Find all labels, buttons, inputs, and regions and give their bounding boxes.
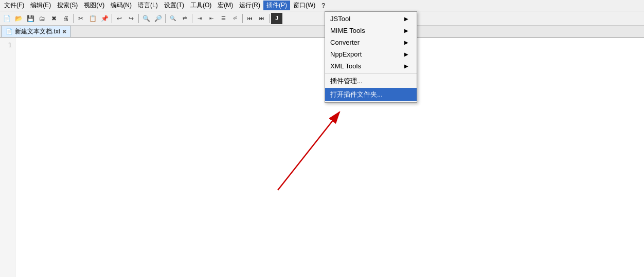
- toolbar-sep-3: [138, 14, 139, 23]
- toolbar-copy[interactable]: 📋: [87, 13, 98, 24]
- menu-plugins[interactable]: 插件(P): [263, 1, 290, 10]
- undo-icon: ↩: [117, 15, 122, 22]
- main-layout: 📄 新建文本文档.txt ✖ 1: [0, 26, 644, 277]
- toolbar-sep-5: [192, 14, 192, 23]
- submenu-arrow-nppexport: ▶: [404, 51, 408, 57]
- menu-edit[interactable]: 编辑(E): [27, 1, 54, 10]
- menu-item-converter-label: Converter: [330, 39, 360, 46]
- menu-file[interactable]: 文件(F): [1, 1, 27, 10]
- line-number-1: 1: [3, 40, 12, 50]
- toolbar-print[interactable]: 🖨: [60, 13, 71, 24]
- toolbar-sep-2: [112, 14, 112, 23]
- toolbar-save[interactable]: 💾: [25, 13, 36, 24]
- toolbar-find[interactable]: 🔍: [167, 13, 178, 24]
- toolbar-cut[interactable]: ✂: [75, 13, 86, 24]
- menu-item-open-plugin-folder[interactable]: 打开插件文件夹...: [325, 88, 417, 101]
- menu-item-xml-tools[interactable]: XML Tools ▶: [325, 60, 417, 72]
- menu-window[interactable]: 窗口(W): [290, 1, 318, 10]
- toolbar-outdent[interactable]: ⇤: [206, 13, 217, 24]
- menu-item-jstool[interactable]: JSTool ▶: [325, 13, 417, 25]
- print-icon: 🖨: [63, 15, 69, 22]
- toolbar-sep-6: [242, 14, 243, 23]
- menu-search[interactable]: 搜索(S): [54, 1, 81, 10]
- toolbar-replace[interactable]: ⇄: [179, 13, 190, 24]
- menu-macro[interactable]: 宏(M): [214, 1, 236, 10]
- paste-icon: 📌: [101, 15, 109, 22]
- menu-item-converter[interactable]: Converter ▶: [325, 36, 417, 48]
- menu-item-mime-tools[interactable]: MIME Tools ▶: [325, 25, 417, 36]
- menu-item-mime-label: MIME Tools: [330, 27, 365, 34]
- plugin-dropdown-menu: JSTool ▶ MIME Tools ▶ Converter ▶ NppExp…: [325, 11, 417, 103]
- toolbar-sep-7: [269, 14, 270, 23]
- menu-item-manager-label: 插件管理...: [330, 77, 363, 86]
- toolbar-paste[interactable]: 📌: [99, 13, 110, 24]
- toolbar-wrap[interactable]: ⏎: [229, 13, 241, 24]
- toolbar: 📄 📂 💾 🗂 ✖ 🖨 ✂ 📋 📌 ↩ ↪ 🔍 🔎 🔍 ⇄ ⇥ ⇤ ☰ ⏎ ⏮ …: [0, 11, 644, 26]
- tab-file[interactable]: 📄 新建文本文档.txt ✖: [1, 26, 71, 37]
- menubar: 文件(F) 编辑(E) 搜索(S) 视图(V) 编码(N) 语言(L) 设置(T…: [0, 0, 644, 11]
- submenu-arrow-mime: ▶: [404, 28, 408, 33]
- open-icon: 📂: [15, 15, 23, 22]
- toolbar-zoom-out[interactable]: 🔎: [152, 13, 164, 24]
- tabbar: 📄 新建文本文档.txt ✖: [0, 26, 644, 38]
- menu-item-jstool-label: JSTool: [330, 15, 350, 23]
- toolbar-new[interactable]: 📄: [1, 13, 12, 24]
- toolbar-sep-4: [165, 14, 166, 23]
- menu-language[interactable]: 语言(L): [135, 1, 161, 10]
- toolbar-align[interactable]: ☰: [218, 13, 229, 24]
- toolbar-undo[interactable]: ↩: [114, 13, 125, 24]
- line-numbers: 1: [0, 38, 15, 277]
- file-tab-icon: 📄: [6, 28, 13, 35]
- copy-icon: 📋: [89, 15, 97, 22]
- submenu-arrow-converter: ▶: [404, 40, 408, 45]
- toolbar-prev[interactable]: ⏮: [244, 13, 256, 24]
- cut-icon: ✂: [78, 15, 83, 22]
- zoom-out-icon: 🔎: [154, 15, 162, 22]
- menu-encoding[interactable]: 编码(N): [108, 1, 135, 10]
- zoom-in-icon: 🔍: [142, 15, 150, 22]
- menu-item-nppexport[interactable]: NppExport ▶: [325, 48, 417, 60]
- menu-settings[interactable]: 设置(T): [161, 1, 187, 10]
- submenu-arrow-jstool: ▶: [404, 16, 408, 22]
- editor-area: 1: [0, 38, 644, 277]
- submenu-arrow-xml: ▶: [404, 63, 408, 69]
- tab-label: 新建文本文档.txt: [15, 27, 60, 36]
- menu-help[interactable]: ?: [318, 2, 328, 10]
- toolbar-redo[interactable]: ↪: [126, 13, 137, 24]
- menu-view[interactable]: 视图(V): [81, 1, 108, 10]
- menu-item-plugin-manager[interactable]: 插件管理...: [325, 75, 417, 88]
- menu-item-open-folder-label: 打开插件文件夹...: [330, 90, 383, 99]
- menu-run[interactable]: 运行(R): [236, 1, 263, 10]
- menu-separator: [325, 73, 417, 73]
- toolbar-extra1[interactable]: J: [271, 13, 282, 24]
- tab-close-button[interactable]: ✖: [62, 29, 66, 34]
- menu-item-nppexport-label: NppExport: [330, 50, 362, 58]
- redo-icon: ↪: [129, 15, 134, 22]
- toolbar-sep-1: [73, 14, 74, 23]
- toolbar-zoom-in[interactable]: 🔍: [140, 13, 152, 24]
- save-icon: 💾: [27, 15, 34, 22]
- menu-item-xml-label: XML Tools: [330, 62, 361, 70]
- toolbar-next[interactable]: ⏭: [256, 13, 267, 24]
- menu-tools[interactable]: 工具(O): [187, 1, 214, 10]
- close-file-icon: ✖: [51, 15, 57, 22]
- toolbar-indent[interactable]: ⇥: [194, 13, 205, 24]
- toolbar-save-all[interactable]: 🗂: [37, 13, 48, 24]
- toolbar-close[interactable]: ✖: [48, 13, 60, 24]
- save-all-icon: 🗂: [39, 15, 45, 22]
- new-icon: 📄: [3, 15, 11, 22]
- toolbar-open[interactable]: 📂: [13, 13, 24, 24]
